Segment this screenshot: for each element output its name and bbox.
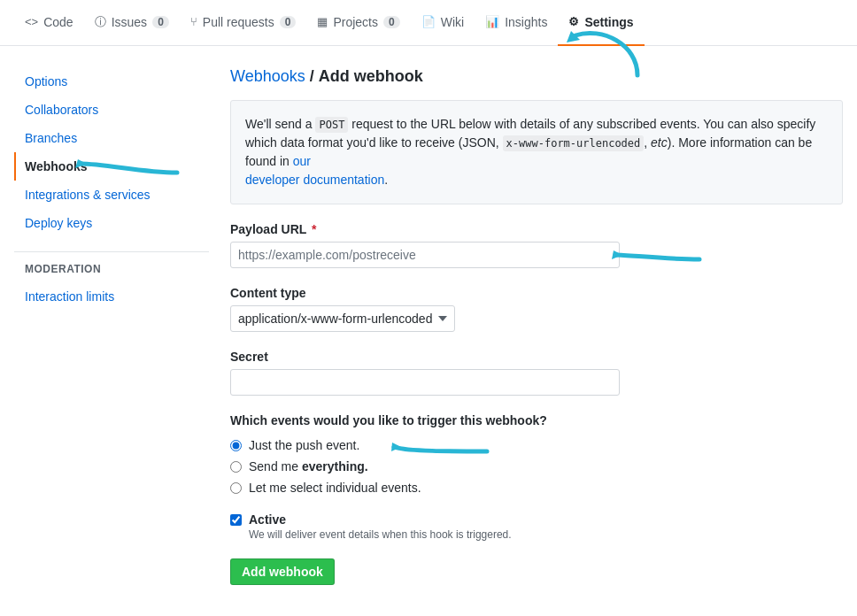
breadcrumb-parent[interactable]: Webhooks: [230, 67, 305, 85]
issues-badge: 0: [152, 16, 169, 28]
pr-icon: ⑂: [190, 15, 197, 28]
payload-url-input[interactable]: [230, 242, 620, 268]
tab-issues[interactable]: ⓘ Issues 0: [84, 0, 180, 46]
trigger-label-everything: Send me everything.: [249, 459, 368, 474]
sidebar-item-webhooks[interactable]: Webhooks: [14, 152, 209, 181]
tab-insights[interactable]: 📊 Insights: [475, 0, 558, 46]
trigger-option-everything: Send me everything.: [230, 459, 843, 474]
trigger-radio-individual[interactable]: [230, 482, 242, 494]
settings-icon: ⚙: [568, 15, 579, 28]
page-layout: Options Collaborators Branches Webhooks …: [0, 46, 857, 616]
breadcrumb-separator: /: [310, 67, 319, 85]
description-box: We'll send a POST request to the URL bel…: [230, 100, 843, 204]
content-type-select[interactable]: application/x-www-form-urlencoded applic…: [230, 305, 455, 332]
payload-url-label: Payload URL *: [230, 222, 843, 236]
sidebar-item-options[interactable]: Options: [14, 67, 209, 96]
trigger-radio-push[interactable]: [230, 440, 242, 451]
secret-input[interactable]: [230, 369, 620, 396]
sidebar-nav: Options Collaborators Branches Webhooks …: [14, 67, 209, 311]
top-nav: <> Code ⓘ Issues 0 ⑂ Pull requests 0 ▦ P…: [0, 0, 857, 46]
content-type-group: Content type application/x-www-form-urle…: [230, 286, 843, 332]
tab-code[interactable]: <> Code: [14, 0, 84, 46]
tab-projects[interactable]: ▦ Projects 0: [306, 0, 410, 46]
breadcrumb: Webhooks / Add webhook: [230, 67, 843, 86]
add-webhook-button[interactable]: Add webhook: [230, 558, 335, 585]
breadcrumb-current: Add webhook: [319, 67, 423, 85]
active-label-group: Active We will deliver event details whe…: [249, 512, 512, 541]
secret-group: Secret: [230, 350, 843, 396]
trigger-label-individual: Let me select individual events.: [249, 481, 421, 495]
developer-docs-link[interactable]: ourdeveloper documentation: [245, 154, 384, 187]
sidebar: Options Collaborators Branches Webhooks …: [14, 67, 209, 595]
trigger-options: Just the push event. Send me everything.: [230, 438, 843, 495]
sidebar-moderation-title: Moderation: [14, 259, 209, 282]
secret-label: Secret: [230, 350, 843, 364]
sidebar-item-collaborators[interactable]: Collaborators: [14, 96, 209, 124]
required-indicator: *: [312, 222, 316, 236]
svg-marker-3: [391, 443, 401, 451]
code-icon: <>: [25, 15, 38, 28]
issues-icon: ⓘ: [95, 14, 106, 30]
active-sublabel: We will deliver event details when this …: [249, 528, 512, 541]
sidebar-item-integrations[interactable]: Integrations & services: [14, 181, 209, 209]
trigger-group: Which events would you like to trigger t…: [230, 413, 843, 495]
active-group: Active We will deliver event details whe…: [230, 512, 843, 541]
main-content: Webhooks / Add webhook We'll send a POST…: [230, 67, 843, 595]
insights-icon: 📊: [485, 15, 499, 28]
trigger-label-push: Just the push event.: [249, 438, 359, 452]
content-type-label: Content type: [230, 286, 843, 300]
active-checkbox[interactable]: [230, 514, 242, 526]
wiki-icon: 📄: [421, 15, 436, 28]
trigger-radio-everything[interactable]: [230, 461, 242, 473]
sidebar-item-interaction-limits[interactable]: Interaction limits: [14, 282, 209, 311]
trigger-option-individual: Let me select individual events.: [230, 481, 843, 495]
payload-url-group: Payload URL *: [230, 222, 843, 268]
trigger-option-push: Just the push event.: [230, 438, 843, 452]
tab-settings[interactable]: ⚙ Settings: [558, 0, 644, 46]
pr-badge: 0: [280, 16, 297, 28]
payload-url-arrow: [611, 242, 726, 286]
trigger-question: Which events would you like to trigger t…: [230, 413, 843, 427]
sidebar-item-deploy-keys[interactable]: Deploy keys: [14, 209, 209, 237]
active-label: Active: [249, 512, 512, 527]
tab-pull-requests[interactable]: ⑂ Pull requests 0: [180, 0, 307, 46]
projects-badge: 0: [383, 16, 400, 28]
tab-wiki[interactable]: 📄 Wiki: [411, 0, 475, 46]
sidebar-moderation-section: Moderation Interaction limits: [14, 251, 209, 311]
sidebar-item-branches[interactable]: Branches: [14, 124, 209, 152]
projects-icon: ▦: [317, 15, 328, 28]
